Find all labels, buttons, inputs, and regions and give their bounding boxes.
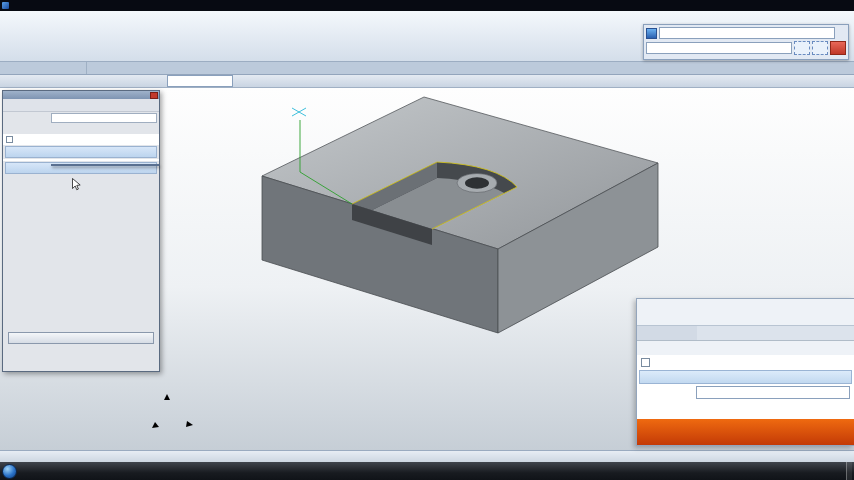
document-tabbar <box>0 62 854 75</box>
dialog-close-button[interactable] <box>150 92 158 99</box>
tutorial-panel <box>643 24 849 60</box>
tutorial-back-button[interactable] <box>794 41 810 55</box>
filter-combo[interactable] <box>167 75 233 87</box>
document-tabs <box>87 62 854 74</box>
zw3d-logo-icon <box>2 2 9 9</box>
panel-kollision-checkbox[interactable] <box>641 358 650 367</box>
dialog-titlebar[interactable] <box>3 91 159 99</box>
statusbar <box>0 450 854 462</box>
titlebar <box>0 0 854 11</box>
kollisionspruefung-checkbox[interactable] <box>6 136 13 143</box>
zw3d-application-window: { "glyphs": {"caret":"▾","check":"✓","cl… <box>0 0 854 480</box>
panel-icon-row <box>637 299 854 326</box>
panel-tabs <box>637 341 854 355</box>
availability-banner <box>637 419 854 445</box>
callout-text <box>255 330 505 334</box>
panel-section-anfahren-1[interactable] <box>639 370 852 384</box>
anfahren-abfahren-dialog <box>2 90 160 372</box>
viewport-toolbar <box>0 75 854 88</box>
system-tray <box>830 462 852 480</box>
start-button[interactable] <box>2 464 17 479</box>
dialog-field-list <box>3 159 159 161</box>
typ-dropdown-list <box>51 164 159 166</box>
tutorial-close-button[interactable] <box>830 41 846 55</box>
tutorial-doc-icon <box>646 28 657 39</box>
section-anfahren-1[interactable] <box>5 146 157 158</box>
modus-select[interactable] <box>51 113 157 123</box>
tutorial-search-input[interactable] <box>659 27 835 39</box>
panel-typ-select[interactable] <box>696 386 850 399</box>
dialog-footer-icons <box>3 358 159 371</box>
dialog-footer-buttons <box>7 346 155 357</box>
mouse-cursor <box>72 178 81 191</box>
show-desktop-button[interactable] <box>846 462 852 480</box>
dialog-tabs <box>3 123 159 134</box>
tutorial-topic-select[interactable] <box>646 42 792 54</box>
windows-taskbar <box>0 462 854 480</box>
window-title <box>468 0 478 11</box>
panel-modus-value[interactable] <box>697 326 854 340</box>
dialog-icon-row <box>3 99 159 112</box>
part-3d-model <box>150 88 710 380</box>
anfahren-zoom-panel <box>636 298 854 446</box>
marker-cyan <box>292 108 306 116</box>
axis-triad <box>150 388 196 430</box>
berechnen-button[interactable] <box>8 332 154 344</box>
tutorial-forward-button[interactable] <box>812 41 828 55</box>
hole <box>465 177 489 189</box>
manager-panel-label <box>0 62 87 74</box>
